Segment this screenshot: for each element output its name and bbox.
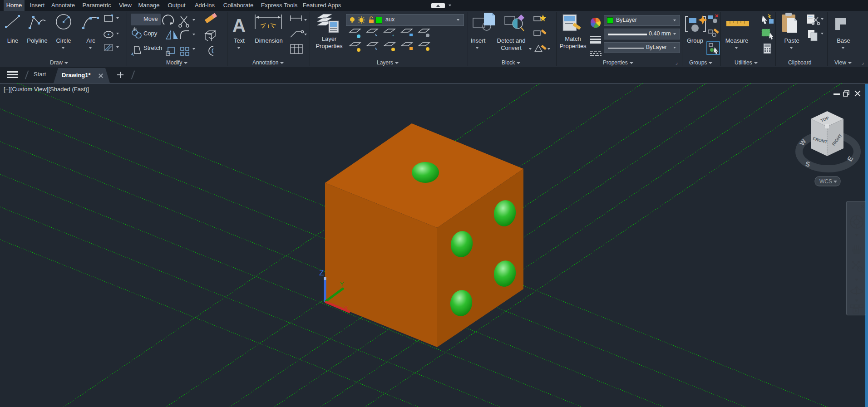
group-edit-icon[interactable] [708,29,719,37]
layers-panel-label[interactable]: Layers [377,59,399,67]
orbit-icon[interactable] [851,286,863,295]
properties-panel-label[interactable]: Properties [603,59,633,67]
viewport-minimize-icon[interactable] [833,93,840,95]
erase-icon[interactable] [205,13,217,23]
group-button[interactable]: Group [684,37,706,44]
line-button[interactable]: Line [3,37,23,44]
tab-start[interactable]: Start [34,71,46,78]
detect-caret[interactable] [529,48,532,50]
insert-button[interactable]: Insert [468,37,488,44]
select-similar-icon[interactable] [762,29,774,39]
cut-caret[interactable] [821,18,824,20]
tab-close-icon[interactable] [98,73,104,78]
array-caret[interactable] [192,48,195,50]
draw-panel-label[interactable]: Draw [50,59,68,67]
extrude-box-icon[interactable] [205,31,215,41]
copyclip-caret[interactable] [821,33,824,34]
new-tab-button[interactable] [117,72,123,78]
ribbon-display-caret[interactable] [449,5,451,6]
ribbon-display-toggle[interactable] [431,3,445,8]
copy-clip-icon[interactable] [808,30,817,41]
cut-icon[interactable] [807,15,820,25]
ungroup-icon[interactable] [708,15,718,23]
arc-caret[interactable] [89,47,92,49]
pan-icon[interactable] [852,245,861,254]
menu-icon[interactable] [7,71,18,79]
detect-convert-button[interactable]: Detect andConvert [493,37,529,52]
viewport-controls-label[interactable]: [−][Custom View][Shaded (Fast)] [4,86,89,93]
base-caret[interactable] [842,47,844,49]
paste-button[interactable]: Paste [780,37,804,44]
paste-caret[interactable] [790,47,793,49]
text-button[interactable]: Text [228,37,250,44]
circle-icon[interactable] [56,15,71,29]
color-wheel-icon[interactable] [591,18,601,28]
viewport-close-icon[interactable] [855,91,860,96]
layer-properties-button[interactable]: LayerProperties [313,35,345,50]
ellipse-caret[interactable] [116,33,119,34]
attribute-edit-icon[interactable] [535,45,547,52]
line-icon[interactable] [5,15,20,28]
leader-icon[interactable] [291,31,304,38]
annotation-panel-label[interactable]: Annotation [252,59,284,67]
trim-icon[interactable] [179,16,189,27]
zoom-icon[interactable] [852,261,863,273]
circle-button[interactable]: Circle [52,37,75,44]
view-panel-label[interactable]: View [834,59,852,67]
block-edit-icon[interactable] [534,29,547,35]
navbar-close-icon[interactable] [861,205,864,208]
ribbon-tab-view[interactable]: View [117,0,133,11]
dice-solid[interactable] [325,123,523,347]
offset-icon[interactable] [209,46,213,55]
ribbon-tab-annotate[interactable]: Annotate [49,0,77,11]
arc-icon[interactable] [82,17,99,29]
mirror-icon[interactable] [166,31,178,39]
rectangle-caret[interactable] [116,17,119,19]
fillet-caret[interactable] [192,34,195,35]
ribbon-tab-manage[interactable]: Manage [136,0,162,11]
viewport-restore-icon[interactable] [843,90,849,96]
copy-button[interactable]: Copy [131,28,161,40]
navigation-bar[interactable] [846,201,866,315]
leader-caret[interactable] [304,34,307,35]
polyline-icon[interactable] [29,16,45,29]
circle-caret[interactable] [62,47,64,49]
ribbon-tab-express-tools[interactable]: Express Tools [260,0,299,11]
ellipse-tool-icon[interactable] [104,31,113,38]
ribbon-tab-home[interactable]: Home [4,0,25,11]
clipboard-panel-label[interactable]: Clipboard [788,59,811,67]
measure-button[interactable]: Measure [723,37,751,44]
group-selection-icon[interactable] [707,42,720,54]
polyline-button[interactable]: Polyline [25,37,49,44]
wcs-dropdown[interactable]: WCS [815,177,840,186]
hatch-caret[interactable] [116,46,119,48]
ribbon-tab-insert[interactable]: Insert [27,0,47,11]
tab-drawing1[interactable]: Drawing1* [54,68,110,83]
lineweight-icon[interactable] [590,36,601,44]
linear-dim-icon[interactable] [291,15,301,21]
text-caret[interactable] [237,47,240,49]
trim-caret[interactable] [192,19,195,21]
ribbon-tab-collaborate[interactable]: Collaborate [221,0,256,11]
dimension-button[interactable]: Dimension [251,37,287,44]
arc-button[interactable]: Arc [81,37,101,44]
match-properties-button[interactable]: MatchProperties [558,35,587,50]
measure-caret[interactable] [735,47,738,49]
utilities-panel-label[interactable]: Utilities [735,59,758,67]
base-button[interactable]: Base [833,37,853,44]
hatch-tool-icon[interactable] [104,44,113,51]
stretch-button[interactable]: Stretch [131,43,163,54]
drawing-viewport[interactable]: Z Y X W S E TOP FRONT RIGHT WCS [0,83,868,407]
quick-calc-icon[interactable] [764,44,771,54]
view-launcher[interactable]: ⌟ [862,60,864,65]
quick-select-icon[interactable] [762,15,774,24]
ribbon-tab-featured-apps[interactable]: Featured Apps [301,0,342,11]
ribbon-tab-output[interactable]: Output [165,0,188,11]
viewcube[interactable]: W S E TOP FRONT RIGHT [798,111,857,169]
modify-panel-label[interactable]: Modify [166,59,187,67]
table-icon[interactable] [291,44,302,54]
block-create-icon[interactable] [534,15,546,21]
rectangle-tool-icon[interactable] [104,15,113,21]
fillet-icon[interactable] [181,31,189,39]
linetype-icon[interactable] [590,51,602,56]
